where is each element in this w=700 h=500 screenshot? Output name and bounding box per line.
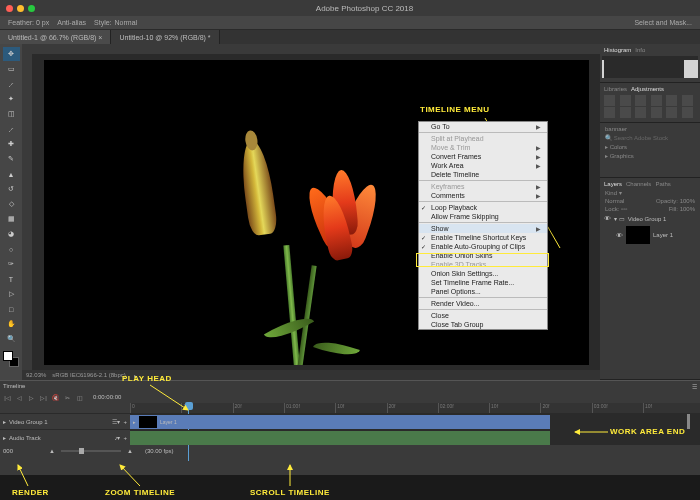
minimize-window-icon[interactable] <box>17 5 24 12</box>
menu-close[interactable]: Close <box>419 311 547 320</box>
menu-render-video[interactable]: Render Video... <box>419 299 547 308</box>
menu-convert-frames[interactable]: Convert Frames▶ <box>419 152 547 161</box>
info-tab[interactable]: Info <box>635 47 645 53</box>
library-search[interactable]: 🔍 Search Adobe Stock <box>602 133 698 142</box>
mute-button[interactable]: 🔇 <box>51 393 60 402</box>
feather-option[interactable]: Feather: 0 px <box>8 19 49 26</box>
menu-work-area[interactable]: Work Area▶ <box>419 161 547 170</box>
adjustment-icon[interactable] <box>651 95 662 106</box>
heal-tool[interactable]: ✚ <box>3 137 20 151</box>
timeline-ruler[interactable]: 0 10f 20f 01:00f 10f 20f 02:00f 10f 20f … <box>130 403 700 413</box>
menu-frame-skipping[interactable]: Allow Frame Skipping <box>419 212 547 221</box>
kind-filter[interactable]: Kind <box>605 190 617 196</box>
layer-row[interactable]: 👁Layer 1 <box>602 224 698 246</box>
next-frame-button[interactable]: ▷| <box>39 393 48 402</box>
adjustment-icon[interactable] <box>682 107 693 118</box>
history-brush-tool[interactable]: ↺ <box>3 182 20 196</box>
adjustment-icon[interactable] <box>666 107 677 118</box>
histogram-tab[interactable]: Histogram <box>604 47 631 53</box>
select-mask-button[interactable]: Select and Mask... <box>634 19 692 26</box>
blur-tool[interactable]: ◕ <box>3 227 20 241</box>
visibility-icon[interactable]: 👁 <box>604 215 611 222</box>
path-tool[interactable]: ▷ <box>3 287 20 301</box>
menu-panel-options[interactable]: Panel Options... <box>419 287 547 296</box>
color-picker-icon[interactable] <box>3 351 19 367</box>
fill-value[interactable]: 100% <box>680 206 695 212</box>
audio-clip[interactable] <box>130 431 550 445</box>
split-button[interactable]: ✂ <box>63 393 72 402</box>
menu-goto[interactable]: Go To▶ <box>419 122 547 131</box>
adjustment-icon[interactable] <box>620 95 631 106</box>
lasso-tool[interactable]: ⟋ <box>3 77 20 91</box>
crop-tool[interactable]: ◫ <box>3 107 20 121</box>
work-area-end-handle[interactable] <box>687 414 690 429</box>
gradient-tool[interactable]: ▦ <box>3 212 20 226</box>
wand-tool[interactable]: ✦ <box>3 92 20 106</box>
library-graphics-group[interactable]: ▸ Graphics <box>602 151 698 160</box>
zoom-level[interactable]: 92.03% <box>26 372 46 378</box>
pen-tool[interactable]: ✑ <box>3 257 20 271</box>
close-window-icon[interactable] <box>6 5 13 12</box>
marquee-tool[interactable]: ▭ <box>3 62 20 76</box>
annotation-zoom-timeline: ZOOM TIMELINE <box>105 488 175 497</box>
brush-tool[interactable]: ✎ <box>3 152 20 166</box>
zoom-slider[interactable] <box>61 450 121 452</box>
adjustments-tab[interactable]: Adjustments <box>631 86 664 92</box>
adjustment-icon[interactable] <box>604 95 615 106</box>
adjustment-icon[interactable] <box>604 107 615 118</box>
library-colors-group[interactable]: ▸ Colors <box>602 142 698 151</box>
library-dropdown[interactable]: bannaer <box>602 125 698 133</box>
transition-button[interactable]: ◫ <box>75 393 84 402</box>
channels-tab[interactable]: Channels <box>626 181 651 187</box>
video-group-row[interactable]: 👁 ▾ ▭ Video Group 1 <box>602 213 698 224</box>
menu-onion-skins[interactable]: Enable Onion Skins <box>419 251 547 260</box>
first-frame-button[interactable]: |◁ <box>3 393 12 402</box>
shape-tool[interactable]: □ <box>3 302 20 316</box>
dodge-tool[interactable]: ○ <box>3 242 20 256</box>
adjustment-icon[interactable] <box>682 95 693 106</box>
libraries-tab[interactable]: Libraries <box>604 86 627 92</box>
hand-tool[interactable]: ✋ <box>3 317 20 331</box>
menu-close-tab-group[interactable]: Close Tab Group <box>419 320 547 329</box>
eyedropper-tool[interactable]: ⟋ <box>3 122 20 136</box>
menu-onion-settings[interactable]: Onion Skin Settings... <box>419 269 547 278</box>
zoom-tool[interactable]: 🔍 <box>3 332 20 346</box>
menu-show[interactable]: Show▶ <box>419 224 547 233</box>
tab-untitled-10[interactable]: Untitled-10 @ 92% (RGB/8) * <box>111 30 219 44</box>
eraser-tool[interactable]: ◇ <box>3 197 20 211</box>
play-button[interactable]: ▷ <box>27 393 36 402</box>
zoom-window-icon[interactable] <box>28 5 35 12</box>
adjustments-grid <box>602 93 698 120</box>
stamp-tool[interactable]: ▲ <box>3 167 20 181</box>
move-tool[interactable]: ✥ <box>3 47 20 61</box>
blend-mode[interactable]: Normal <box>605 198 624 204</box>
tab-untitled-1[interactable]: Untitled-1 @ 66.7% (RGB/8) × <box>0 30 111 44</box>
visibility-icon[interactable]: 👁 <box>616 232 623 239</box>
video-track: ▸Video Group 1☰▾+ ▸Layer 1 <box>0 413 700 429</box>
menu-comments[interactable]: Comments▶ <box>419 191 547 200</box>
playhead-icon[interactable] <box>185 402 193 410</box>
timeline-menu-button[interactable]: ☰ <box>692 383 697 390</box>
style-dropdown[interactable]: Normal <box>115 19 138 26</box>
timeline-tab[interactable]: Timeline <box>3 383 25 389</box>
menu-shortcut-keys[interactable]: Enable Timeline Shortcut Keys <box>419 233 547 242</box>
render-button[interactable]: 000 <box>3 448 13 454</box>
menu-frame-rate[interactable]: Set Timeline Frame Rate... <box>419 278 547 287</box>
adjustment-icon[interactable] <box>635 95 646 106</box>
timecode-display[interactable]: 0:00:00:00 <box>93 394 121 400</box>
menu-autogroup[interactable]: Enable Auto-Grouping of Clips <box>419 242 547 251</box>
layers-tab[interactable]: Layers <box>604 181 622 187</box>
antialias-option[interactable]: Anti-alias <box>57 19 86 26</box>
opacity-value[interactable]: 100% <box>680 198 695 204</box>
menu-delete-timeline[interactable]: Delete Timeline <box>419 170 547 179</box>
annotation-scroll-timeline: SCROLL TIMELINE <box>250 488 330 497</box>
adjustment-icon[interactable] <box>620 107 631 118</box>
prev-frame-button[interactable]: ◁ <box>15 393 24 402</box>
paths-tab[interactable]: Paths <box>655 181 670 187</box>
type-tool[interactable]: T <box>3 272 20 286</box>
menu-loop-playback[interactable]: Loop Playback <box>419 203 547 212</box>
adjustment-icon[interactable] <box>651 107 662 118</box>
video-clip[interactable]: ▸Layer 1 <box>130 415 550 429</box>
adjustment-icon[interactable] <box>635 107 646 118</box>
adjustment-icon[interactable] <box>666 95 677 106</box>
